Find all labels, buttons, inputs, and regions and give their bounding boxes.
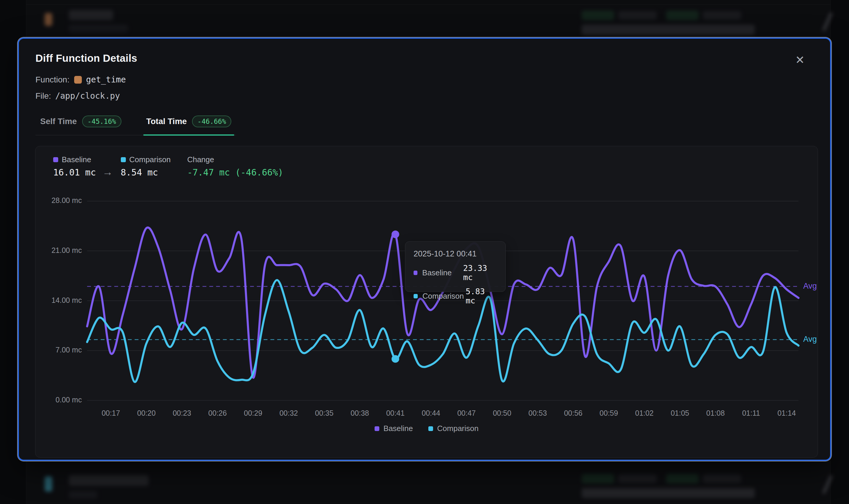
legend-item-baseline[interactable]: Baseline	[375, 424, 413, 433]
svg-text:28.00 mc: 28.00 mc	[51, 196, 82, 204]
function-color-icon	[74, 76, 82, 84]
svg-text:00:20: 00:20	[137, 409, 156, 417]
svg-text:14.00 mc: 14.00 mc	[51, 296, 82, 304]
svg-text:Avg: Avg	[803, 335, 817, 344]
diff-function-details-modal: ✕ Diff Function Details Function: get_ti…	[18, 37, 831, 461]
total-time-delta-badge: -46.66%	[192, 115, 231, 127]
svg-text:00:23: 00:23	[173, 409, 191, 417]
tab-total-time[interactable]: Total Time -46.66%	[143, 114, 234, 135]
baseline-stat: Baseline 16.01 mc	[53, 155, 96, 178]
arrow-right-icon: →	[103, 166, 113, 178]
tab-self-time[interactable]: Self Time -45.16%	[37, 114, 124, 135]
comparison-swatch-icon	[428, 426, 433, 431]
baseline-label: Baseline	[62, 155, 91, 164]
svg-text:00:56: 00:56	[564, 409, 582, 417]
svg-text:01:08: 01:08	[706, 409, 725, 417]
baseline-swatch-icon	[53, 157, 58, 162]
svg-text:00:26: 00:26	[208, 409, 227, 417]
svg-text:00:35: 00:35	[315, 409, 333, 417]
file-label: File:	[35, 91, 51, 101]
svg-text:7.00 mc: 7.00 mc	[56, 346, 82, 354]
baseline-swatch-icon	[375, 426, 379, 431]
chart-stats-header: Baseline 16.01 mc → Comparison 8.54 mc C…	[53, 155, 283, 178]
file-row: File: /app/clock.py	[35, 91, 814, 101]
chart-tooltip: 2025-10-12 00:41 Baseline 23.33 mc Compa…	[405, 241, 506, 292]
svg-text:01:05: 01:05	[671, 409, 689, 417]
svg-text:00:32: 00:32	[279, 409, 298, 417]
svg-text:00:38: 00:38	[351, 409, 369, 417]
tooltip-date: 2025-10-12 00:41	[414, 249, 497, 258]
comparison-swatch-icon	[414, 294, 418, 299]
svg-text:00:50: 00:50	[493, 409, 511, 417]
modal-title: Diff Function Details	[35, 52, 814, 64]
tooltip-comparison-row: Comparison 5.83 mc	[414, 287, 497, 305]
comparison-label: Comparison	[129, 155, 171, 164]
diff-chart-panel: 28.00 mc21.00 mc14.00 mc7.00 mc0.00 mc00…	[35, 146, 818, 457]
svg-text:00:29: 00:29	[244, 409, 262, 417]
chart-legend: Baseline Comparison	[35, 424, 818, 433]
svg-text:01:14: 01:14	[777, 409, 796, 417]
tooltip-baseline-row: Baseline 23.33 mc	[414, 264, 497, 282]
svg-text:21.00 mc: 21.00 mc	[51, 246, 82, 254]
svg-text:0.00 mc: 0.00 mc	[56, 396, 82, 404]
svg-text:00:44: 00:44	[422, 409, 440, 417]
function-label: Function:	[35, 75, 69, 85]
self-time-delta-badge: -45.16%	[82, 115, 122, 127]
legend-item-comparison[interactable]: Comparison	[428, 424, 478, 433]
svg-text:00:59: 00:59	[600, 409, 618, 417]
svg-text:01:11: 01:11	[742, 409, 760, 417]
svg-text:00:41: 00:41	[386, 409, 404, 417]
change-stat: Change -7.47 mc (-46.66%)	[187, 155, 283, 178]
file-path: /app/clock.py	[55, 91, 120, 101]
time-mode-tabs: Self Time -45.16% Total Time -46.66%	[35, 114, 236, 135]
function-row: Function: get_time	[35, 75, 814, 85]
svg-text:Avg: Avg	[803, 282, 817, 290]
close-icon[interactable]: ✕	[792, 52, 808, 68]
svg-text:01:02: 01:02	[635, 409, 653, 417]
comparison-value: 8.54 mc	[121, 167, 171, 178]
comparison-swatch-icon	[121, 157, 126, 162]
comparison-stat: Comparison 8.54 mc	[121, 155, 171, 178]
change-value: -7.47 mc (-46.66%)	[187, 167, 283, 178]
svg-text:00:17: 00:17	[102, 409, 120, 417]
baseline-swatch-icon	[414, 271, 417, 275]
change-label: Change	[187, 155, 214, 164]
svg-text:00:47: 00:47	[457, 409, 475, 417]
function-name: get_time	[86, 75, 126, 85]
baseline-value: 16.01 mc	[53, 167, 96, 178]
svg-text:00:53: 00:53	[528, 409, 547, 417]
